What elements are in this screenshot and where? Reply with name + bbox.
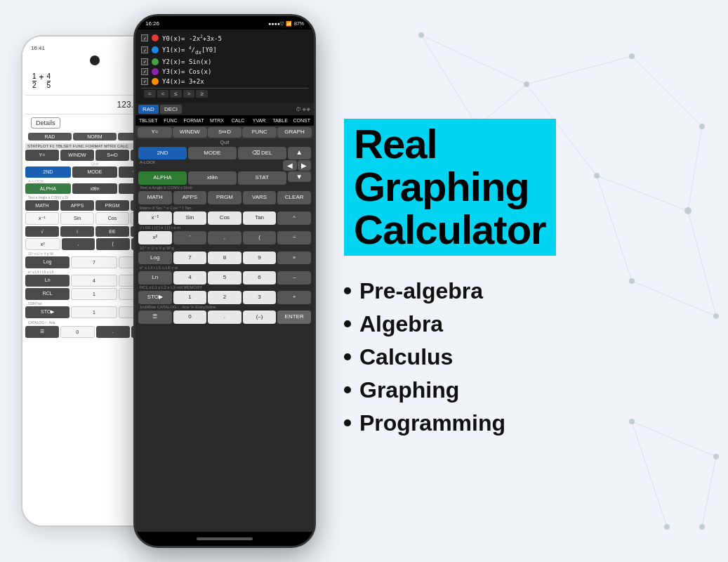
bullet-algebra: Algebra <box>344 311 707 337</box>
bullet-pre-algebra: Pre-algebra <box>344 278 707 304</box>
row-trig: x⁻¹ Sin Cos Tan ^ <box>138 211 311 225</box>
equation-row-4: ✓ Y4(x)= 3+2x <box>141 78 308 85</box>
equation-row-1: ✓ Y1(x)= d/dx[Y0] <box>141 45 308 55</box>
row-math: MATH APPS PRGM VARS CLEAR <box>138 191 311 204</box>
mode-buttons-row: RAD DECI ⏱ ⊖ ⊕ <box>135 103 314 115</box>
enter-button[interactable]: ENTER <box>277 311 311 324</box>
bullet-programming: Programming <box>344 410 707 436</box>
equation-row-2: ✓ Y2(x)= Sin(x) <box>141 58 308 65</box>
row-square: x² ' , ( ÷ <box>138 231 311 244</box>
row-2nd: 2ND MODE ⌫ DEL ▲ <box>138 147 311 160</box>
row-ln: Ln 4 5 6 – <box>138 271 311 285</box>
phone-nav-bar <box>135 532 314 546</box>
operator-row: = < ≤ > ≥ <box>141 88 308 99</box>
equation-row-0: ✓ Y0(x)= -2x2+3x-5 <box>141 34 308 42</box>
phone-front: 16:26 ●●●●▽ 📶 87% ✓ Y0(x)= -2x2+3x-5 <box>133 14 316 548</box>
bullet-calculus: Calculus <box>344 344 707 370</box>
back-phone-camera <box>90 55 100 65</box>
row-alpha: ALPHA xtθn STAT ▼ <box>138 171 311 185</box>
graph-equations: ✓ Y0(x)= -2x2+3x-5 ✓ Y1(x)= d/dx[Y0] ✓ Y… <box>135 30 314 103</box>
row-zero: ☰ 0 . (–) ENTER <box>138 311 311 324</box>
bullet-graphing: Graphing <box>344 377 707 403</box>
headline-background: Real Graphing Calculator <box>344 119 556 256</box>
headline-line2: Graphing <box>354 166 546 209</box>
top-menu-bar: TBLSET FUNC FORMAT MTRX CALC YVAR TABLE … <box>135 115 314 126</box>
calculator-buttons: 2ND MODE ⌫ DEL ▲ A-LOCK ◀ ▶ <box>135 145 314 532</box>
text-section: Real Graphing Calculator Pre-algebra Alg… <box>330 119 707 443</box>
feature-bullets: Pre-algebra Algebra Calculus Graphing Pr… <box>344 278 707 443</box>
row-log: Log 7 8 9 × <box>138 251 311 265</box>
front-phone-status: 16:26 ●●●●▽ 📶 87% <box>135 16 314 30</box>
headline-line1: Real <box>354 123 546 166</box>
headline-wrapper: Real Graphing Calculator <box>344 119 707 267</box>
clear-button[interactable]: CLEAR <box>277 191 311 204</box>
phones-section: 16:41 🔔 1 2 + 4 5 <box>21 14 316 548</box>
row-sto: STO▶ 1 2 3 + <box>138 291 311 304</box>
headline-line3: Calculator <box>354 209 546 251</box>
main-function-row: Y= WINDW S⇔D FUNC GRAPH <box>135 126 314 139</box>
equation-row-3: ✓ Y3(x)= Cos(x) <box>141 68 308 75</box>
